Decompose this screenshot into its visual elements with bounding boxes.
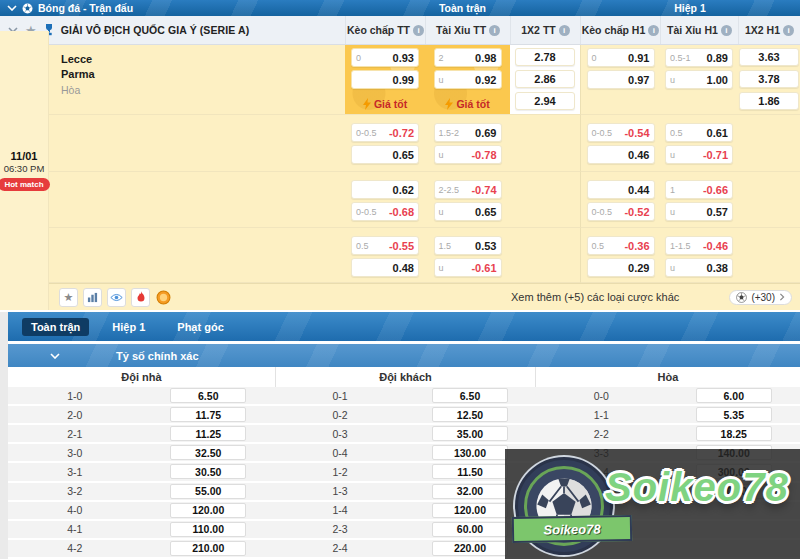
odds-box[interactable]: u0.38	[665, 258, 733, 277]
score-odds-box[interactable]: 220.00	[432, 541, 508, 556]
odds-value: 0.29	[628, 262, 649, 274]
odds-box[interactable]: 0.65	[351, 145, 419, 164]
tab-0[interactable]: Toàn trận	[22, 318, 89, 336]
score-odds-box[interactable]: 11.50	[432, 464, 508, 479]
odds-box[interactable]: 2-2.5-0.74	[434, 180, 502, 199]
odds-box[interactable]: 0.5-0.55	[351, 236, 419, 255]
hot-flame-icon[interactable]	[131, 288, 150, 307]
odds-box[interactable]: u-0.71	[665, 145, 733, 164]
odds-box[interactable]: 1-1.5-0.46	[665, 236, 733, 255]
odds-cell: 1-0.66u0.57	[660, 172, 738, 228]
odds-box[interactable]: 2.94	[515, 92, 575, 110]
odds-box[interactable]: 0.5-0.36	[587, 236, 655, 255]
odds-box[interactable]: 0.29	[587, 258, 655, 277]
odds-box[interactable]: 0.97	[587, 70, 655, 89]
away-team-name[interactable]: Parma	[61, 67, 345, 82]
odds-cell: 0-0.5-0.540.46	[580, 115, 660, 172]
handicap-label: 0-0.5	[356, 128, 377, 138]
score-odds-box[interactable]: 55.00	[170, 484, 246, 499]
odds-box[interactable]: 0-0.5-0.52	[587, 202, 655, 221]
score-odds-box[interactable]: 130.00	[432, 445, 508, 460]
score-odds-box[interactable]: 18.25	[696, 426, 772, 441]
score-odds-box[interactable]: 11.25	[170, 426, 246, 441]
medal-icon[interactable]	[155, 289, 171, 305]
odds-box[interactable]: 00.91	[587, 48, 655, 67]
odds-box[interactable]: u0.57	[665, 202, 733, 221]
watch-eye-icon[interactable]	[107, 288, 126, 307]
info-icon[interactable]: i	[413, 25, 424, 36]
odds-box[interactable]: 0-0.5-0.54	[587, 123, 655, 142]
score-odds-box[interactable]: 6.50	[170, 388, 246, 403]
score-odds-box[interactable]: 32.00	[432, 484, 508, 499]
odds-box[interactable]: 0-0.5-0.68	[351, 202, 419, 221]
collapse-chevron-icon[interactable]	[7, 5, 17, 11]
tab-1[interactable]: Hiệp 1	[103, 318, 154, 336]
section-collapse-chevron-icon[interactable]	[50, 353, 60, 359]
odds-value: 0.65	[475, 206, 496, 218]
info-icon[interactable]: i	[783, 25, 794, 36]
score-odds-box[interactable]: 32.50	[170, 445, 246, 460]
odds-box[interactable]: 0.50.61	[665, 123, 733, 142]
odds-value: 2.78	[534, 51, 555, 63]
info-icon[interactable]: i	[721, 25, 732, 36]
score-odds-box[interactable]: 60.00	[432, 522, 508, 537]
odds-cell: 0-0.5-0.720.65	[345, 115, 425, 172]
odds-box[interactable]: 20.98	[434, 48, 502, 67]
info-icon[interactable]: i	[559, 25, 570, 36]
score-odds-box[interactable]: 120.00	[170, 503, 246, 518]
score-label: 3-2	[8, 485, 142, 497]
odds-box[interactable]: 3.78	[739, 70, 799, 88]
odds-box[interactable]: 3.63	[739, 48, 799, 66]
score-odds-box[interactable]: 11.75	[170, 407, 246, 422]
section-title: Tỷ số chính xác	[116, 350, 199, 362]
odds-box[interactable]: 0.62	[351, 180, 419, 199]
league-name: GIẢI VÔ ĐỊCH QUỐC GIA Ý (SERIE A)	[61, 24, 250, 36]
league-header-left: ★ GIẢI VÔ ĐỊCH QUỐC GIA Ý (SERIE A)	[0, 16, 345, 44]
handicap-label: 0.5	[356, 241, 369, 251]
odds-box[interactable]: u-0.61	[434, 258, 502, 277]
odds-box[interactable]: 1.86	[739, 92, 799, 110]
odds-box[interactable]: 1-0.66	[665, 180, 733, 199]
odds-cell: 0.5-0.360.29	[580, 228, 660, 283]
favorite-star-icon[interactable]: ★	[59, 288, 78, 307]
score-odds-box[interactable]: 6.00	[696, 388, 772, 403]
odds-cell: 1.50.53u-0.61	[425, 228, 510, 283]
odds-box[interactable]: 0.5-10.89	[665, 48, 733, 67]
odds-box[interactable]: u0.65	[434, 202, 502, 221]
match-date: 11/01	[11, 150, 38, 162]
odds-box[interactable]: 2.86	[515, 70, 575, 88]
score-odds-box[interactable]: 110.00	[170, 522, 246, 537]
odds-box[interactable]: 0.48	[351, 258, 419, 277]
odds-box[interactable]: 0.99	[351, 70, 419, 89]
score-odds-box[interactable]: 120.00	[432, 503, 508, 518]
score-row: 3-130.50	[8, 463, 275, 480]
odds-box[interactable]: 0.46	[587, 145, 655, 164]
odds-box[interactable]: 0-0.5-0.72	[351, 123, 419, 142]
score-odds-box[interactable]: 5.35	[696, 407, 772, 422]
info-icon[interactable]: i	[489, 25, 500, 36]
odds-box[interactable]: 1.5-20.69	[434, 123, 502, 142]
odds-box[interactable]: u-0.78	[434, 145, 502, 164]
odds-box[interactable]: 0.44	[587, 180, 655, 199]
home-team-name[interactable]: Lecce	[61, 52, 345, 67]
odds-box[interactable]: 2.78	[515, 48, 575, 66]
score-odds-box[interactable]: 210.00	[170, 541, 246, 556]
odds-box[interactable]: 00.93	[351, 48, 419, 67]
score-odds-box[interactable]: 35.00	[432, 426, 508, 441]
more-bets-link[interactable]: Xem thêm (+5) các loại cược khác	[511, 291, 679, 303]
score-odds-box[interactable]: 6.50	[432, 388, 508, 403]
stats-chart-icon[interactable]	[83, 288, 102, 307]
odds-box[interactable]: u0.92	[434, 70, 502, 89]
score-odds-box[interactable]: 30.50	[170, 464, 246, 479]
odds-cell: 00.930.99Giá tốt	[345, 45, 425, 115]
odds-value: -0.54	[624, 127, 649, 139]
sport-title: Bóng đá - Trận đấu	[38, 2, 133, 14]
match-time-cell: 11/01 06:30 PM Hot match	[0, 31, 49, 310]
score-odds-box[interactable]: 12.50	[432, 407, 508, 422]
odds-box[interactable]: u1.00	[665, 70, 733, 89]
tab-2[interactable]: Phạt góc	[168, 318, 232, 336]
odds-value: 0.98	[475, 52, 496, 64]
more-odds-pill[interactable]: (+30)	[729, 290, 792, 305]
info-icon[interactable]: i	[648, 25, 659, 36]
odds-box[interactable]: 1.50.53	[434, 236, 502, 255]
